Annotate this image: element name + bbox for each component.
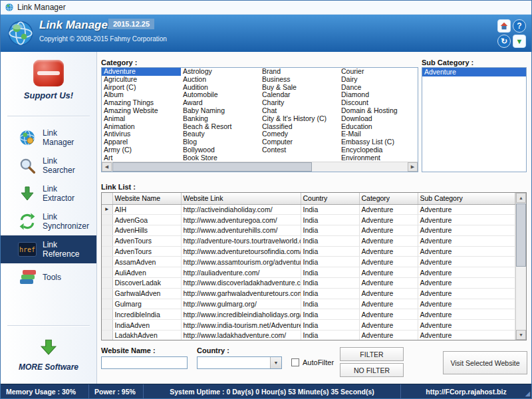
category-item[interactable]: Courier	[339, 68, 418, 76]
category-item[interactable]: Art	[102, 154, 181, 162]
table-row[interactable]: AdvenGoahttp://www.adventuregoa.com/Indi…	[102, 215, 515, 225]
category-item[interactable]: Brand	[260, 68, 339, 76]
dropdown-arrow-icon[interactable]: ▼	[270, 357, 281, 368]
category-item[interactable]: Automobile	[181, 91, 260, 99]
sidebar-item-link-reference[interactable]: href Link Reference	[1, 235, 96, 263]
category-hscrollbar[interactable]: ◀ ▶	[102, 162, 418, 172]
column-header[interactable]: Category	[359, 193, 418, 204]
resize-grip[interactable]: ◢	[525, 390, 530, 397]
category-item[interactable]: Army (C)	[102, 146, 181, 154]
category-item[interactable]: Environment	[339, 154, 418, 162]
hscroll-thumb[interactable]	[112, 162, 312, 172]
category-item[interactable]: Apparel	[102, 138, 181, 146]
category-item[interactable]: Domain & Hosting	[339, 107, 418, 115]
category-item[interactable]: Business	[260, 76, 339, 84]
category-item[interactable]: Beauty	[181, 130, 260, 138]
visit-selected-website-button[interactable]: Visit Selected Website	[443, 351, 527, 374]
category-item[interactable]: Buy & Sale	[260, 84, 339, 92]
help-icon[interactable]: ?	[513, 19, 526, 33]
download-icon[interactable]: ▼	[513, 35, 526, 48]
table-row[interactable]: AdvenTourshttp://adventure-tours.tourtra…	[102, 235, 515, 246]
category-item[interactable]: Astrology	[181, 68, 260, 76]
table-row[interactable]: AdvenTourshttp://www.adventuretoursofind…	[102, 246, 515, 257]
category-item[interactable]: Bollywood	[181, 146, 260, 154]
sidebar-item-link-extractor[interactable]: Link Extractor	[1, 180, 96, 207]
statusbar-url[interactable]: http://FCorp.rajahost.biz ◢	[401, 384, 531, 398]
category-item[interactable]: Animal	[102, 115, 181, 123]
category-item[interactable]: Auction	[181, 76, 260, 84]
table-row[interactable]: GarhwalAdvenhttp://www.garhwaladventuret…	[102, 288, 515, 299]
table-row[interactable]: DiscoverLadakhttp://www.discoverladakhad…	[102, 278, 515, 289]
category-item[interactable]: Award	[181, 99, 260, 107]
more-software[interactable]: MORE Software	[1, 338, 96, 372]
scroll-left-icon[interactable]: ◀	[102, 162, 112, 172]
sidebar-item-link-manager[interactable]: Link Manager	[1, 124, 96, 152]
category-item[interactable]: Animation	[102, 123, 181, 131]
category-item[interactable]: City & It's History (C)	[260, 115, 339, 123]
scroll-right-icon[interactable]: ▶	[408, 162, 418, 172]
category-item[interactable]: Blog	[181, 138, 260, 146]
table-row[interactable]: AuliAdvenhttp://auliadventure.com/IndiaA…	[102, 267, 515, 278]
link-synchronizer-icon	[18, 212, 37, 231]
sidebar-item-tools[interactable]: Tools	[1, 263, 96, 291]
category-item[interactable]: Beach & Resort	[181, 123, 260, 131]
category-item[interactable]: Airport (C)	[102, 84, 181, 92]
column-header[interactable]: Country	[301, 193, 359, 204]
table-row[interactable]: AdvenHillshttp://www.adventurehills.com/…	[102, 225, 515, 236]
category-item[interactable]: Embassy List (C)	[339, 138, 418, 146]
category-item[interactable]: Dance	[339, 84, 418, 92]
autofilter-toggle[interactable]: AutoFilter	[291, 358, 334, 366]
category-listbox[interactable]: AdventureAgricultureAirport (C)AlbumAmaz…	[101, 67, 418, 172]
category-item[interactable]: Discount	[339, 99, 418, 107]
filter-button[interactable]: FILTER	[340, 347, 404, 361]
category-item[interactable]: Comedy	[260, 130, 339, 138]
website-name-input[interactable]	[101, 356, 188, 369]
category-item[interactable]: Dairy	[339, 76, 418, 84]
vscroll-thumb[interactable]	[516, 203, 526, 267]
category-item[interactable]: Baby Naming	[181, 107, 260, 115]
category-item[interactable]: Classified	[260, 123, 339, 131]
category-item[interactable]: Audition	[181, 84, 260, 92]
table-row[interactable]: LadakhAdvenhttp://www.ladakhadventure.co…	[102, 331, 515, 340]
category-item[interactable]: Antivirus	[102, 130, 181, 138]
category-item[interactable]: Album	[102, 91, 181, 99]
category-item[interactable]: Agriculture	[102, 76, 181, 84]
category-item[interactable]: Book Store	[181, 154, 260, 162]
scroll-up-icon[interactable]: ▲	[516, 193, 526, 203]
category-item[interactable]: Adventure	[102, 68, 181, 76]
category-item[interactable]: Encyclopedia	[339, 146, 418, 154]
support-us[interactable]: Support Us!	[1, 60, 96, 100]
category-item[interactable]: Charity	[260, 99, 339, 107]
table-row[interactable]: ►AIHhttp://activeindiaholiday.com/IndiaA…	[102, 204, 515, 215]
category-item[interactable]: E-Mail	[339, 130, 418, 138]
column-header[interactable]: Sub Category	[418, 193, 515, 204]
category-item[interactable]: Chat	[260, 107, 339, 115]
category-item[interactable]: Download	[339, 115, 418, 123]
category-item[interactable]: Amazing Website	[102, 107, 181, 115]
no-filter-button[interactable]: NO FILTER	[340, 363, 404, 377]
home-icon[interactable]	[497, 19, 511, 33]
sync-icon[interactable]: ↻	[497, 35, 511, 48]
table-cell: http://activeindiaholiday.com/	[181, 204, 301, 215]
autofilter-checkbox[interactable]	[291, 358, 299, 366]
category-item[interactable]: Computer	[260, 138, 339, 146]
scroll-down-icon[interactable]: ▼	[516, 330, 526, 340]
table-row[interactable]: AssamAdvenhttp://www.assamtourism.org/ad…	[102, 257, 515, 267]
category-item[interactable]: Calendar	[260, 91, 339, 99]
category-item[interactable]: Contest	[260, 146, 339, 154]
subcategory-listbox[interactable]: Adventure	[422, 67, 527, 172]
table-row[interactable]: IncredibleIndiahttp://www.incredibleindi…	[102, 309, 515, 320]
subcategory-item[interactable]: Adventure	[422, 68, 526, 76]
column-header[interactable]: Website Link	[181, 193, 301, 204]
sidebar-item-link-synchronizer[interactable]: Link Synchronizer	[1, 207, 96, 235]
country-dropdown[interactable]: ▼	[197, 356, 282, 369]
category-item[interactable]: Banking	[181, 115, 260, 123]
link-table-vscrollbar[interactable]: ▲ ▼	[515, 193, 526, 340]
column-header[interactable]: Website Name	[112, 193, 181, 204]
table-row[interactable]: Gulmarghttp://www.gulmarg.org/IndiaAdven…	[102, 299, 515, 309]
category-item[interactable]: Amazing Things	[102, 99, 181, 107]
category-item[interactable]: Diamond	[339, 91, 418, 99]
table-row[interactable]: IndiaAdvenhttp://www.india-tourism.net/A…	[102, 320, 515, 331]
category-item[interactable]: Education	[339, 123, 418, 131]
sidebar-item-link-searcher[interactable]: Link Searcher	[1, 152, 96, 180]
